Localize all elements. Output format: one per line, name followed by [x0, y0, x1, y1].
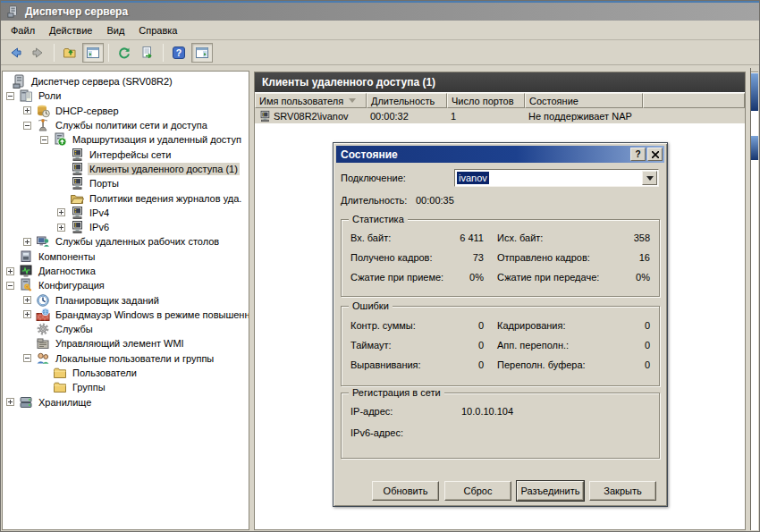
- combobox-dropdown-button[interactable]: [642, 171, 657, 185]
- row-ports: 1: [451, 111, 456, 122]
- actions-pane-edge: [751, 72, 758, 530]
- console-tree-icon: [86, 46, 100, 60]
- tree-item-label: Компоненты: [37, 250, 97, 263]
- up-folder-button[interactable]: [59, 43, 80, 63]
- tree-item[interactable]: Маршрутизация и удаленный доступ: [3, 132, 249, 147]
- ip-address-label: IP-адрес:: [350, 406, 461, 427]
- sort-arrow-icon: [349, 98, 356, 103]
- tree-item[interactable]: Хранилище: [3, 395, 249, 410]
- tree-item[interactable]: Управляющий элемент WMI: [3, 336, 249, 350]
- results-pane-header: Клиенты удаленного доступа (1): [255, 72, 745, 92]
- tree-expander[interactable]: [23, 238, 31, 246]
- stat-label: Получено кадров:: [350, 252, 444, 272]
- tree-item[interactable]: IPv6: [3, 220, 249, 234]
- error-value: 0: [604, 340, 650, 359]
- tree-item-label: Брандмауэр Windows в режиме повышенн: [54, 308, 249, 321]
- tree-item[interactable]: Интерфейсы сети: [3, 147, 249, 161]
- stat-value: 0%: [604, 272, 650, 291]
- tree-expander[interactable]: [57, 224, 65, 232]
- tree-item[interactable]: Службы политики сети и доступа: [3, 118, 249, 132]
- tree-item-label: Порты: [88, 177, 121, 190]
- dhcp-icon: [36, 104, 50, 118]
- tree-expander[interactable]: [6, 92, 14, 100]
- tree-expander[interactable]: [23, 354, 31, 362]
- tree-item[interactable]: DHCP-сервер: [3, 104, 249, 118]
- tree-item-label: Службы: [54, 323, 95, 335]
- tree-item[interactable]: Планировщик заданий: [3, 292, 249, 307]
- tree-expander[interactable]: [40, 136, 48, 144]
- tree-item[interactable]: Политики ведения журналов уда.: [3, 190, 249, 205]
- help-button[interactable]: ?: [168, 43, 190, 63]
- tree-item[interactable]: Службы удаленных рабочих столов: [3, 234, 249, 249]
- tree-item[interactable]: Конфигурация: [3, 278, 249, 292]
- refresh-button[interactable]: [114, 43, 135, 63]
- tree-item-label: DHCP-сервер: [54, 105, 121, 117]
- tree-item[interactable]: Диагностика: [3, 264, 249, 278]
- back-arrow-button[interactable]: [4, 43, 26, 63]
- row-state: Не поддерживает NAP: [528, 111, 632, 122]
- tree-expander[interactable]: [57, 208, 65, 216]
- disconnect-button[interactable]: Разъединить: [517, 481, 584, 501]
- tree-item[interactable]: Клиенты удаленного доступа (1): [3, 162, 249, 176]
- tree-item[interactable]: Пользователи: [3, 366, 249, 380]
- duration-value: 00:00:35: [416, 195, 454, 206]
- tree-item[interactable]: Брандмауэр Windows в режиме повышенн: [3, 308, 249, 322]
- column-user[interactable]: Имя пользователя: [255, 93, 367, 108]
- network-group-title: Регистрация в сети: [349, 387, 444, 398]
- menu-0[interactable]: Файл: [4, 22, 42, 38]
- tree-item[interactable]: Диспетчер сервера (SRV08R2): [3, 74, 249, 89]
- tree-item-label: Диспетчер сервера (SRV08R2): [30, 75, 174, 88]
- forward-arrow-button[interactable]: [28, 43, 49, 63]
- tree-expander[interactable]: [23, 296, 31, 304]
- statistics-group: Статистика Вх. байт:6 411Исх. байт:358 П…: [341, 219, 660, 297]
- column-state[interactable]: Состояние: [525, 93, 643, 108]
- tree-item[interactable]: IPv4: [3, 206, 249, 220]
- tree-item[interactable]: Группы: [3, 380, 249, 394]
- tree-item-label: Планировщик заданий: [54, 294, 161, 307]
- tree-expander[interactable]: [23, 122, 31, 130]
- actions-pane-button-edge2[interactable]: [751, 136, 758, 160]
- error-value: 0: [444, 320, 484, 340]
- tree-expander[interactable]: [23, 106, 31, 114]
- column-ports[interactable]: Число портов: [447, 93, 525, 108]
- dialog-close-button[interactable]: [647, 148, 663, 161]
- export-list-button[interactable]: [137, 43, 158, 63]
- task-scheduler-icon: [36, 293, 50, 308]
- action-pane-button[interactable]: [191, 43, 213, 63]
- tree-item[interactable]: Роли: [3, 89, 249, 103]
- tree-item[interactable]: Локальные пользователи и группы: [3, 351, 249, 366]
- reset-button[interactable]: Сброс: [444, 481, 511, 501]
- column-duration[interactable]: Длительность: [367, 93, 447, 108]
- diagnostics-icon: [19, 264, 33, 278]
- actions-pane-button-edge[interactable]: [751, 73, 758, 111]
- server-manager-window: Диспетчер сервера ФайлДействиеВидСправка…: [0, 0, 760, 532]
- menu-1[interactable]: Действие: [42, 22, 99, 38]
- column-duration-label: Длительность: [371, 96, 435, 106]
- table-row[interactable]: SRV08R2\ivanov 00:00:32 1 Не поддерживае…: [255, 108, 745, 123]
- tree-expander[interactable]: [6, 398, 14, 406]
- menu-3[interactable]: Справка: [131, 22, 184, 38]
- open-folder-icon: [70, 191, 84, 206]
- tree-expander[interactable]: [6, 267, 14, 275]
- console-tree-button[interactable]: [82, 43, 104, 63]
- titlebar[interactable]: Диспетчер сервера: [1, 1, 759, 21]
- close-button[interactable]: Закрыть: [589, 481, 656, 501]
- dialog-title: Состояние: [341, 148, 630, 161]
- svg-text:?: ?: [176, 47, 182, 58]
- connection-combobox[interactable]: ivanov: [454, 169, 659, 187]
- connection-label: Подключение:: [341, 173, 454, 183]
- refresh-button[interactable]: Обновить: [372, 481, 439, 501]
- tree-item[interactable]: Службы: [3, 322, 249, 336]
- tree-expander[interactable]: [6, 282, 14, 290]
- tree-item[interactable]: Порты: [3, 176, 249, 190]
- menu-2[interactable]: Вид: [99, 22, 131, 38]
- features-icon: [19, 249, 33, 264]
- stat-label: Вх. байт:: [350, 232, 444, 252]
- tree-expander[interactable]: [23, 310, 31, 318]
- wmi-icon: [36, 336, 50, 350]
- dialog-help-button[interactable]: ?: [630, 148, 646, 161]
- error-value: 0: [444, 340, 484, 359]
- dialog-titlebar[interactable]: Состояние ?: [336, 146, 664, 163]
- tree-item[interactable]: Компоненты: [3, 249, 249, 264]
- stat-value: 0%: [444, 272, 484, 291]
